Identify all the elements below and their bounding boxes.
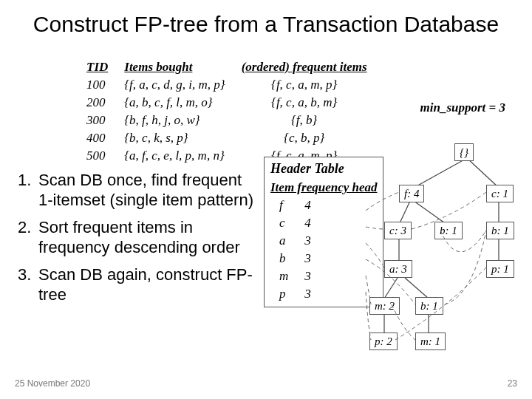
ht-freq: 3 bbox=[297, 250, 318, 267]
cell: {f, a, c, d, g, i, m, p} bbox=[117, 77, 232, 93]
svg-line-8 bbox=[405, 278, 429, 299]
cell: 500 bbox=[79, 148, 115, 164]
footer-date: 25 November 2020 bbox=[15, 378, 90, 389]
min-support: min_support = 3 bbox=[420, 100, 506, 115]
header-table: f4 c4 a3 b3 m3 p3 bbox=[270, 196, 336, 304]
ht-item: f bbox=[272, 197, 296, 214]
col-items: Items bought bbox=[117, 59, 232, 75]
cell: 200 bbox=[79, 95, 115, 111]
header-table-box: Header Table Item frequency head f4 c4 a… bbox=[264, 157, 383, 307]
cell: {f, c, a, b, m} bbox=[234, 95, 375, 111]
cell: {a, b, c, f, l, m, o} bbox=[117, 95, 232, 111]
ht-item: b bbox=[272, 250, 296, 267]
cell: {f, c, a, m, p} bbox=[234, 77, 375, 93]
cell: {b, c, k, s, p} bbox=[117, 130, 232, 146]
step-num: 2. bbox=[18, 217, 38, 257]
fp-tree: {} f: 4 c: 1 c: 3 b: 1 b: 1 a: 3 p: 1 m:… bbox=[369, 142, 525, 386]
footer-slide-number: 23 bbox=[508, 378, 517, 389]
header-table-title: Header Table bbox=[270, 160, 377, 177]
slide-title: Construct FP-tree from a Transaction Dat… bbox=[0, 0, 532, 37]
svg-line-7 bbox=[384, 278, 398, 299]
cell: 400 bbox=[79, 130, 115, 146]
tree-node: b: 1 bbox=[486, 222, 514, 239]
cell: {f, b} bbox=[234, 112, 375, 129]
tree-node: p: 2 bbox=[369, 332, 398, 350]
step-num: 1. bbox=[18, 170, 38, 210]
transaction-table: TID Items bought (ordered) frequent item… bbox=[78, 58, 376, 166]
cell: {c, b, p} bbox=[234, 130, 375, 146]
cell: {b, f, h, j, o, w} bbox=[117, 112, 232, 129]
svg-line-0 bbox=[414, 158, 467, 188]
svg-line-1 bbox=[467, 158, 499, 188]
cell: {a, f, c, e, l, p, m, n} bbox=[117, 148, 232, 164]
tree-node: c: 1 bbox=[486, 185, 514, 202]
tree-node: m: 1 bbox=[415, 332, 446, 350]
ht-item: p bbox=[272, 286, 296, 302]
tree-node: m: 2 bbox=[369, 297, 400, 315]
tree-node: a: 3 bbox=[384, 260, 412, 278]
col-tid: TID bbox=[79, 59, 115, 75]
tree-node: p: 1 bbox=[486, 260, 514, 278]
ht-freq: 4 bbox=[297, 197, 318, 214]
ht-freq: 3 bbox=[297, 286, 318, 302]
ht-freq: 4 bbox=[297, 215, 318, 231]
cell: 100 bbox=[79, 77, 115, 93]
tree-node: b: 1 bbox=[434, 222, 463, 239]
ht-item: c bbox=[272, 215, 296, 231]
steps-list: 1.Scan DB once, find frequent 1-itemset … bbox=[18, 170, 254, 312]
step-text: Sort frequent items in frequency descend… bbox=[38, 217, 254, 257]
step-text: Scan DB again, construct FP-tree bbox=[38, 265, 254, 304]
tree-node: b: 1 bbox=[415, 297, 443, 315]
col-ord: (ordered) frequent items bbox=[234, 59, 375, 75]
step-num: 3. bbox=[18, 265, 38, 304]
tree-root: {} bbox=[454, 143, 474, 161]
ht-item: m bbox=[272, 268, 296, 284]
ht-freq: 3 bbox=[297, 268, 318, 284]
ht-item: a bbox=[272, 233, 296, 249]
header-table-header: Item frequency head bbox=[270, 180, 377, 196]
tree-node: c: 3 bbox=[384, 222, 412, 239]
cell: 300 bbox=[79, 112, 115, 129]
step-text: Scan DB once, find frequent 1-itemset (s… bbox=[38, 170, 254, 210]
tree-node: f: 4 bbox=[399, 185, 424, 202]
ht-freq: 3 bbox=[297, 233, 318, 249]
